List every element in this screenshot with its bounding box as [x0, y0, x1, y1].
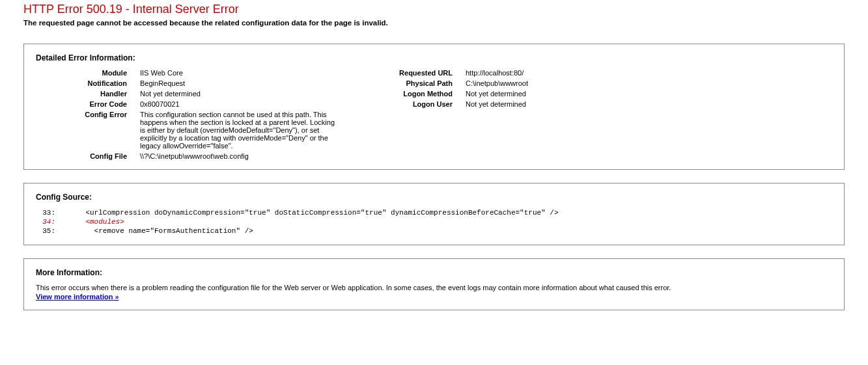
module-label: Module	[36, 69, 127, 77]
detailed-error-heading: Detailed Error Information:	[36, 53, 832, 62]
config-error-value: This configuration section cannot be use…	[140, 111, 335, 150]
more-information-heading: More Information:	[36, 268, 832, 277]
config-line-33: 33: <urlCompression doDynamicCompression…	[36, 208, 559, 217]
logon-user-label: Logon User	[374, 100, 453, 108]
handler-value: Not yet determined	[140, 90, 335, 98]
config-file-value: \\?\C:\inetpub\wwwroot\web.config	[140, 152, 335, 160]
physical-path-value: C:\inetpub\wwwroot	[466, 79, 528, 87]
line-number: 34:	[36, 217, 68, 226]
line-number: 35:	[36, 226, 68, 236]
details-col-left: Module IIS Web Core Notification BeginRe…	[36, 69, 335, 160]
logon-method-label: Logon Method	[374, 90, 453, 98]
config-line-35: 35: <remove name="FormsAuthentication" /…	[36, 226, 559, 236]
config-error-label: Config Error	[36, 111, 127, 150]
notification-value: BeginRequest	[140, 79, 335, 87]
error-code-value: 0x80070021	[140, 100, 335, 108]
config-line-34-highlighted: 34: <modules>	[36, 217, 559, 226]
config-source-table: 33: <urlCompression doDynamicCompression…	[36, 208, 559, 236]
more-information-body: This error occurs when there is a proble…	[36, 284, 832, 291]
more-information-section: More Information: This error occurs when…	[23, 258, 845, 310]
view-more-information-link[interactable]: View more information »	[36, 293, 119, 301]
physical-path-label: Physical Path	[374, 79, 453, 87]
error-subtitle: The requested page cannot be accessed be…	[23, 19, 868, 27]
error-code-label: Error Code	[36, 100, 127, 108]
details-col-right: Requested URL http://localhost:80/ Physi…	[374, 69, 528, 160]
error-header: HTTP Error 500.19 - Internal Server Erro…	[0, 0, 868, 31]
detailed-error-section: Detailed Error Information: Module IIS W…	[23, 44, 845, 170]
details-grid: Module IIS Web Core Notification BeginRe…	[36, 69, 832, 160]
notification-label: Notification	[36, 79, 127, 87]
requested-url-label: Requested URL	[374, 69, 453, 77]
config-source-heading: Config Source:	[36, 193, 832, 202]
logon-method-value: Not yet determined	[466, 90, 528, 98]
line-number: 33:	[36, 208, 68, 217]
requested-url-value: http://localhost:80/	[466, 69, 528, 77]
module-value: IIS Web Core	[140, 69, 335, 77]
config-file-label: Config File	[36, 152, 127, 160]
logon-user-value: Not yet determined	[466, 100, 528, 108]
line-code: <urlCompression doDynamicCompression="tr…	[68, 208, 559, 217]
line-code: <modules>	[68, 217, 559, 226]
line-code: <remove name="FormsAuthentication" />	[68, 226, 559, 236]
handler-label: Handler	[36, 90, 127, 98]
config-source-section: Config Source: 33: <urlCompression doDyn…	[23, 183, 845, 245]
error-title: HTTP Error 500.19 - Internal Server Erro…	[23, 3, 868, 16]
